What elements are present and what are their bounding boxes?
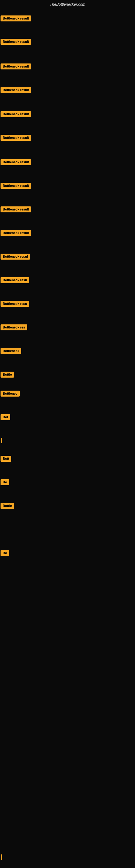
bottleneck-badge[interactable]: Bo [1,479,9,485]
bottleneck-badge-row[interactable]: Bottleneck result [1,230,31,237]
bottleneck-badge-row[interactable]: Bottleneck resul [1,254,30,261]
bottleneck-badge-row[interactable]: Bott [1,456,11,463]
bottleneck-badge-row[interactable]: Bottleneck res [1,324,27,332]
bottleneck-badge[interactable]: Bottleneck result [1,135,31,141]
bottleneck-badge-row[interactable]: Bottle [1,503,14,510]
bottleneck-badge-row[interactable]: Bot [1,414,10,421]
bottleneck-badge-row[interactable]: Bottleneck result [1,111,31,118]
bottleneck-badge-row[interactable]: Bo [1,479,9,486]
bottleneck-badge[interactable]: Bo [1,550,9,556]
bottleneck-badge-row[interactable]: Bottlenec [1,391,20,398]
bottleneck-badge-row[interactable]: Bottleneck result [1,183,31,190]
bottleneck-badge-row[interactable]: Bottle [1,372,14,379]
bottleneck-badge-row[interactable]: Bottleneck result [1,207,31,214]
bottleneck-badge[interactable]: Bottleneck result [1,63,31,69]
bottleneck-badge[interactable]: Bottleneck result [1,16,31,22]
bottleneck-badge-row[interactable]: Bottleneck result [1,135,31,142]
bottleneck-badge[interactable]: Bottleneck result [1,159,31,165]
bottleneck-badge-row[interactable]: Bottleneck result [1,16,31,23]
bottleneck-badge-row[interactable]: Bottleneck result [1,159,31,166]
bottleneck-badge-row[interactable]: Bottleneck resu [1,301,29,308]
bottleneck-badge[interactable]: Bottleneck result [1,87,31,93]
bottleneck-badge[interactable]: Bottleneck [1,348,21,354]
bottleneck-badge[interactable]: Bottleneck resu [1,277,29,283]
bottleneck-badge[interactable]: Bottleneck result [1,183,31,189]
bottleneck-badge[interactable]: Bottle [1,372,14,378]
bottleneck-badge-row[interactable]: Bottleneck [1,348,21,355]
bottleneck-badge[interactable]: Bottleneck result [1,39,31,45]
bottleneck-badge[interactable]: Bottle [1,503,14,509]
bottleneck-badge-row[interactable]: Bottleneck result [1,87,31,94]
bottleneck-badge[interactable]: Bottleneck res [1,324,27,330]
bottleneck-badge[interactable]: Bottleneck resul [1,254,30,259]
bottleneck-badge[interactable]: Bottleneck result [1,111,31,117]
cursor-indicator [1,438,2,443]
bottleneck-badge-row[interactable]: Bottleneck result [1,39,31,46]
site-header: TheBottlenecker.com [0,0,135,9]
bottleneck-badge-row[interactable]: Bottleneck result [1,63,31,70]
cursor-indicator [1,855,2,860]
bottleneck-badge[interactable]: Bott [1,456,11,462]
bottleneck-badge-row[interactable]: Bo [1,550,9,557]
bottleneck-badge[interactable]: Bottleneck resu [1,301,29,307]
bottleneck-badge[interactable]: Bottleneck result [1,230,31,236]
bottleneck-badge-row[interactable]: Bottleneck resu [1,277,29,284]
bottleneck-badge[interactable]: Bottlenec [1,391,20,397]
site-title: TheBottlenecker.com [0,0,135,9]
bottleneck-badge[interactable]: Bottleneck result [1,207,31,212]
bottleneck-badge[interactable]: Bot [1,414,10,420]
